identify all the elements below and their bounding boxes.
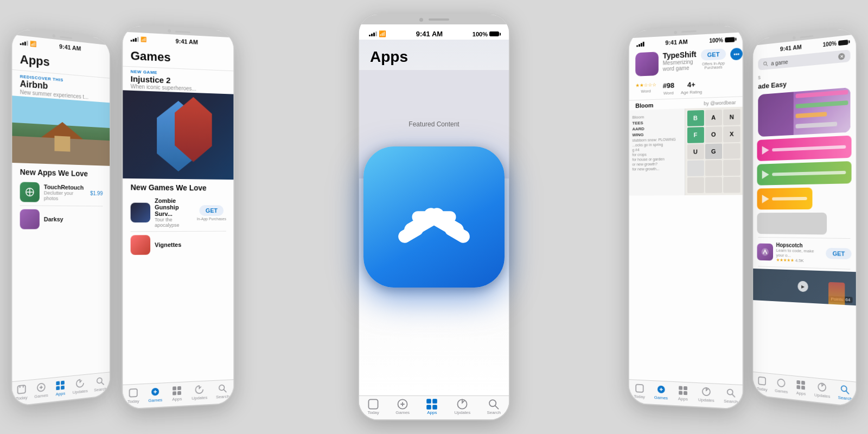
- games-featured-image: [123, 90, 233, 180]
- tab-search-icon-1: [95, 376, 106, 387]
- battery-3: 100%: [473, 31, 499, 37]
- tab-today-label-4: Today: [634, 394, 645, 399]
- tab-updates-label-3: Updates: [455, 410, 471, 415]
- tab-apps-5[interactable]: Apps: [795, 380, 807, 397]
- tab-apps-2[interactable]: Apps: [171, 386, 183, 402]
- tab-search-4[interactable]: Search: [724, 387, 738, 404]
- tab-today-5[interactable]: Today: [757, 375, 768, 392]
- rank-category: Word: [663, 91, 674, 96]
- hopscotch-icon-5: [757, 244, 773, 261]
- status-left-1: 📶: [20, 39, 36, 47]
- tab-updates-label-5: Updates: [814, 392, 830, 399]
- clear-search-5[interactable]: ✕: [838, 53, 845, 60]
- svg-line-50: [846, 391, 849, 394]
- tab-games-3[interactable]: Games: [395, 399, 410, 415]
- appstore-logo-svg: [385, 168, 483, 266]
- svg-rect-25: [427, 405, 432, 410]
- panel-bar-green: [772, 171, 846, 176]
- tab-apps-label-2: Apps: [172, 397, 182, 402]
- tab-updates-2[interactable]: Updates: [192, 384, 207, 400]
- tab-games-icon-1: [35, 382, 47, 393]
- tab-search-2[interactable]: Search: [216, 384, 229, 400]
- tab-today-label-3: Today: [367, 410, 379, 415]
- tab-games-4[interactable]: Games: [654, 384, 668, 400]
- play-icon-green: [762, 170, 769, 179]
- tab-today-2[interactable]: Today: [127, 388, 139, 405]
- hopscotch-desc: Learn to code, make your o...: [776, 248, 823, 259]
- app-row-1: TouchRetouch Declutter your photos $1.99: [12, 178, 110, 206]
- play-icon-orange: [762, 195, 769, 203]
- phone-3-header-text: Apps: [370, 48, 498, 66]
- svg-rect-9: [56, 386, 60, 390]
- tab-search-label-3: Search: [487, 410, 501, 415]
- tab-games-label-4: Games: [654, 395, 668, 400]
- svg-rect-17: [173, 391, 176, 395]
- bloom-name: Bloom: [635, 102, 653, 109]
- tab-apps-1[interactable]: Apps: [55, 380, 66, 397]
- hopscotch-stars: ★★★★★ 4.5K: [776, 258, 823, 264]
- svg-rect-33: [684, 386, 687, 390]
- hopscotch-get-btn[interactable]: GET: [826, 248, 851, 259]
- svg-rect-3: [18, 385, 25, 394]
- stars-block: ★★☆☆☆ Word: [635, 82, 656, 97]
- touchretouch-desc: Declutter your photos: [44, 190, 86, 201]
- tab-search-5[interactable]: Search: [838, 384, 852, 401]
- panel-gray-5: [757, 213, 827, 235]
- tab-updates-5[interactable]: Updates: [814, 381, 830, 399]
- tab-today-label-2: Today: [127, 399, 139, 404]
- tab-updates-icon-5: [816, 381, 828, 392]
- tab-updates-icon-2: [194, 385, 206, 395]
- typeshift-header: TypeShift Mesmerizing word game GET Offe…: [629, 43, 743, 81]
- tab-games-label-1: Games: [34, 393, 48, 399]
- svg-point-43: [778, 379, 785, 387]
- tab-updates-3[interactable]: Updates: [455, 399, 471, 415]
- svg-rect-26: [433, 405, 438, 410]
- phone-1: 📶 9:41 AM Apps REDISCOVER THIS Airbnb Ne…: [11, 27, 111, 407]
- tab-updates-4[interactable]: Updates: [698, 386, 714, 403]
- appstore-a-shape: [396, 205, 472, 245]
- tab-search-3[interactable]: Search: [487, 399, 501, 415]
- game-banner-5: [758, 87, 850, 137]
- battery-3-pct: 100%: [473, 31, 488, 37]
- darksy-icon: [20, 209, 40, 229]
- typeshift-info: TypeShift Mesmerizing word game: [663, 50, 697, 72]
- svg-rect-45: [801, 381, 805, 385]
- tab-search-1[interactable]: Search: [94, 376, 106, 393]
- tab-apps-4[interactable]: Apps: [677, 385, 689, 401]
- tab-updates-1[interactable]: Updates: [73, 378, 88, 395]
- play-icon-pink: [762, 146, 769, 155]
- search-text-5: a game: [771, 59, 788, 66]
- front-camera-3: [419, 18, 423, 22]
- tab-apps-3[interactable]: Apps: [426, 399, 438, 415]
- front-camera-2: [168, 29, 171, 33]
- tab-games-5[interactable]: Games: [775, 378, 788, 394]
- hopscotch-info: Hopscotch Learn to code, make your o... …: [776, 242, 823, 264]
- zombie-desc: Tour the apocalypse: [155, 217, 193, 228]
- tab-apps-icon-5: [795, 380, 807, 391]
- front-camera-5: [793, 36, 796, 40]
- typeshift-get-btn[interactable]: GET: [701, 48, 726, 60]
- tab-today-4[interactable]: Today: [634, 383, 645, 399]
- tab-games-2[interactable]: Games: [148, 386, 162, 403]
- more-btn-4[interactable]: •••: [731, 48, 743, 60]
- tab-today-1[interactable]: Today: [16, 384, 28, 401]
- svg-rect-42: [758, 377, 765, 385]
- scene: 📶 9:41 AM Apps REDISCOVER THIS Airbnb Ne…: [0, 0, 868, 434]
- time-3: 9:41 AM: [416, 30, 443, 38]
- svg-rect-7: [56, 381, 60, 385]
- tab-bar-3: Today Games Apps: [359, 395, 509, 419]
- zombie-icon: [131, 203, 150, 223]
- svg-rect-16: [177, 386, 181, 390]
- tab-games-icon-4: [655, 384, 667, 394]
- zombie-get-btn[interactable]: GET: [199, 205, 224, 216]
- star-rating: ★★☆☆☆: [635, 82, 656, 88]
- typeshift-sub: Mesmerizing word game: [663, 59, 697, 72]
- zombie-name: Zombie Gunship Surv...: [155, 197, 193, 217]
- tab-games-1[interactable]: Games: [34, 382, 48, 399]
- vignettes-name: Vignettes: [155, 241, 226, 248]
- speaker-3: [429, 18, 449, 21]
- front-camera-4: [674, 30, 677, 34]
- tab-today-3[interactable]: Today: [367, 399, 379, 415]
- play-btn-5[interactable]: ▶: [797, 281, 808, 292]
- tab-apps-label-3: Apps: [427, 410, 437, 415]
